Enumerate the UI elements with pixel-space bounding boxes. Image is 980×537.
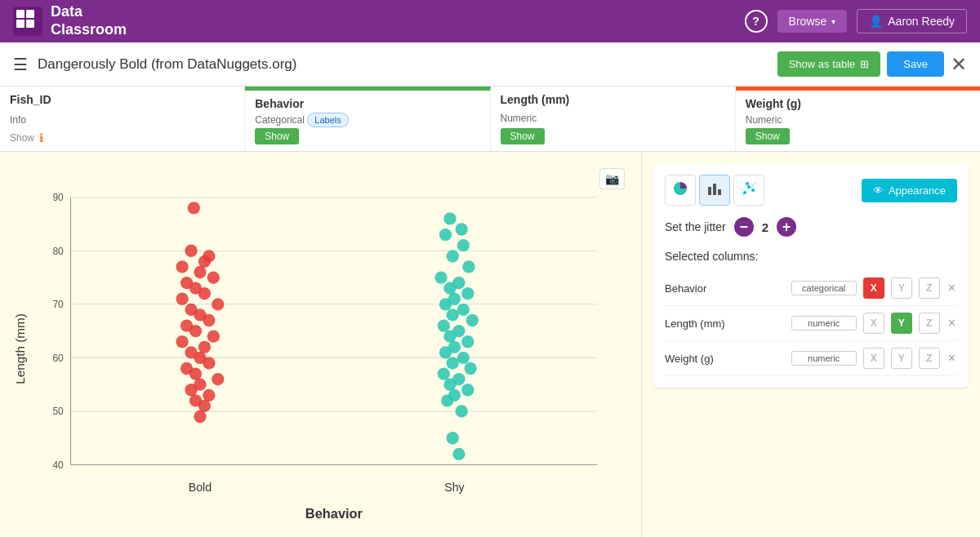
x-axis-button-behavior[interactable]: X <box>863 277 884 299</box>
svg-point-56 <box>439 229 452 241</box>
user-icon: 👤 <box>869 15 883 28</box>
jitter-row: Set the jitter − 2 + <box>665 217 957 237</box>
svg-point-60 <box>434 271 447 283</box>
jitter-increase-button[interactable]: + <box>777 217 796 237</box>
jitter-decrease-button[interactable]: − <box>734 217 754 237</box>
logo-area: Data Classroom <box>13 3 127 38</box>
z-axis-button-weight[interactable]: Z <box>919 348 940 369</box>
show-button-weight[interactable]: Show <box>746 128 790 144</box>
svg-point-74 <box>439 346 452 358</box>
camera-button[interactable]: 📷 <box>599 168 625 189</box>
column-behavior: Behavior Categorical Labels Show <box>245 87 490 151</box>
pie-chart-button[interactable] <box>665 175 696 206</box>
svg-point-24 <box>185 245 197 257</box>
svg-rect-87 <box>708 187 711 195</box>
show-button-length[interactable]: Show <box>501 128 545 144</box>
help-button[interactable]: ? <box>745 10 768 33</box>
columns-bar: Fish_ID Info Show ℹ Behavior Categorical… <box>0 87 980 152</box>
svg-rect-2 <box>26 10 34 18</box>
remove-button-weight[interactable]: × <box>947 351 957 366</box>
column-row-weight: Weight (g) numeric X Y Z × <box>665 341 957 376</box>
close-button[interactable]: ✕ <box>951 53 967 76</box>
column-name-length: Length (mm) <box>501 93 725 106</box>
svg-text:80: 80 <box>52 246 64 257</box>
selected-columns-label: Selected columns: <box>665 250 957 263</box>
title-left: ☰ Dangerously Bold (from DataNuggets.org… <box>13 55 296 74</box>
browse-button[interactable]: Browse ▾ <box>777 10 848 33</box>
svg-point-80 <box>443 379 456 391</box>
col-row-type-length: numeric <box>791 316 857 331</box>
appearance-button[interactable]: 👁 Appearance <box>862 179 957 202</box>
svg-point-66 <box>457 304 470 316</box>
column-row-behavior: Behavior categorical X Y Z × <box>665 271 957 306</box>
svg-point-49 <box>185 384 197 396</box>
svg-point-65 <box>439 298 452 310</box>
top-navigation: Data Classroom ? Browse ▾ 👤 Aaron Reedy <box>0 0 980 42</box>
panel-inner: 👁 Appearance Set the jitter − 2 + Select… <box>653 163 969 388</box>
y-axis-button-length[interactable]: Y <box>891 313 912 334</box>
svg-point-63 <box>461 287 474 300</box>
remove-button-length[interactable]: × <box>947 316 957 331</box>
svg-point-55 <box>456 223 468 235</box>
z-axis-button-behavior[interactable]: Z <box>919 277 940 299</box>
col-row-type-weight: numeric <box>791 351 857 366</box>
column-length: Length (mm) Numeric Show <box>491 87 736 151</box>
svg-point-31 <box>198 287 211 300</box>
svg-point-71 <box>443 331 456 343</box>
save-button[interactable]: Save <box>887 51 944 77</box>
svg-point-78 <box>438 367 450 379</box>
svg-point-38 <box>189 325 202 337</box>
svg-text:Behavior: Behavior <box>305 506 363 521</box>
svg-point-76 <box>447 357 459 369</box>
title-bar: ☰ Dangerously Bold (from DataNuggets.org… <box>0 42 980 87</box>
labels-badge[interactable]: Labels <box>307 113 348 127</box>
z-axis-button-length[interactable]: Z <box>919 313 940 334</box>
column-fish-id: Fish_ID Info Show ℹ <box>0 87 245 151</box>
jitter-value: 2 <box>762 220 768 234</box>
show-table-button[interactable]: Show as table ⊞ <box>777 51 881 77</box>
column-type-weight: Numeric <box>746 114 970 126</box>
svg-point-75 <box>457 352 470 364</box>
info-icon-fish-id[interactable]: ℹ <box>39 131 43 144</box>
svg-point-47 <box>212 373 224 385</box>
column-type-behavior: Categorical Labels <box>255 114 479 126</box>
scatter-plot: Length (mm) 90 80 70 60 50 <box>8 160 633 529</box>
svg-text:40: 40 <box>52 459 64 471</box>
svg-point-25 <box>176 260 188 273</box>
remove-button-behavior[interactable]: × <box>947 281 957 295</box>
bar-chart-button[interactable] <box>699 175 730 206</box>
col-row-type-behavior: categorical <box>791 281 857 295</box>
svg-rect-88 <box>713 184 716 195</box>
svg-rect-4 <box>26 20 34 28</box>
svg-text:90: 90 <box>52 192 64 203</box>
svg-point-68 <box>466 314 479 326</box>
x-axis-button-weight[interactable]: X <box>863 348 884 369</box>
logo-icon <box>13 7 42 36</box>
svg-text:70: 70 <box>52 299 64 310</box>
y-axis-button-weight[interactable]: Y <box>891 348 912 369</box>
scatter-icon <box>741 180 757 197</box>
col-row-name-weight: Weight (g) <box>665 353 785 365</box>
y-axis-button-behavior[interactable]: Y <box>891 277 912 299</box>
svg-point-27 <box>194 266 206 278</box>
chevron-down-icon: ▾ <box>831 17 835 26</box>
svg-point-22 <box>188 202 200 214</box>
title-right: Show as table ⊞ Save ✕ <box>777 51 967 77</box>
column-action-weight: Show <box>746 128 970 144</box>
svg-point-77 <box>464 362 476 375</box>
svg-point-69 <box>438 319 450 331</box>
pie-icon <box>672 180 688 197</box>
svg-point-58 <box>447 250 459 262</box>
nav-right: ? Browse ▾ 👤 Aaron Reedy <box>745 9 967 33</box>
svg-point-67 <box>447 308 459 321</box>
x-axis-button-length[interactable]: X <box>863 313 884 334</box>
menu-icon[interactable]: ☰ <box>13 55 28 74</box>
user-button[interactable]: 👤 Aaron Reedy <box>857 9 967 33</box>
scatter-chart-button[interactable] <box>733 175 764 206</box>
svg-point-39 <box>207 331 220 343</box>
svg-point-26 <box>203 250 215 262</box>
svg-point-57 <box>457 239 470 251</box>
show-button-behavior[interactable]: Show <box>255 128 299 144</box>
svg-text:60: 60 <box>52 353 64 364</box>
svg-point-59 <box>462 260 474 273</box>
